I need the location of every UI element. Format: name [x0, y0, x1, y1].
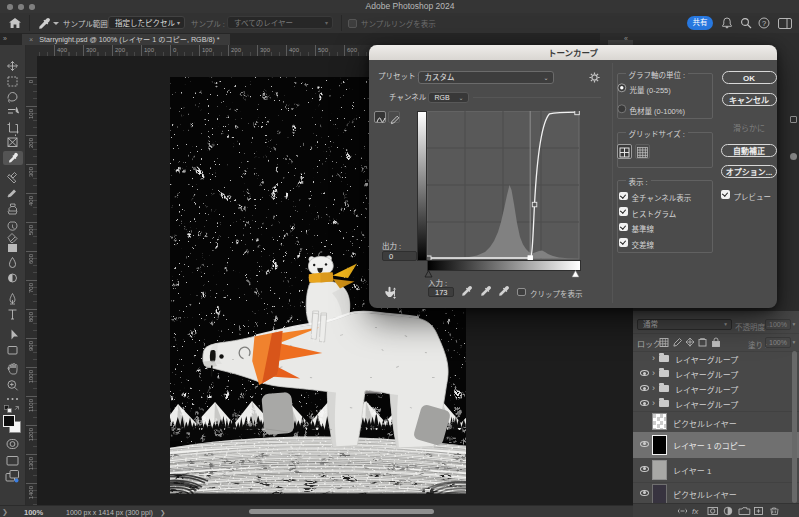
- svg-text:fx: fx: [692, 507, 699, 516]
- svg-text:?: ?: [762, 19, 766, 28]
